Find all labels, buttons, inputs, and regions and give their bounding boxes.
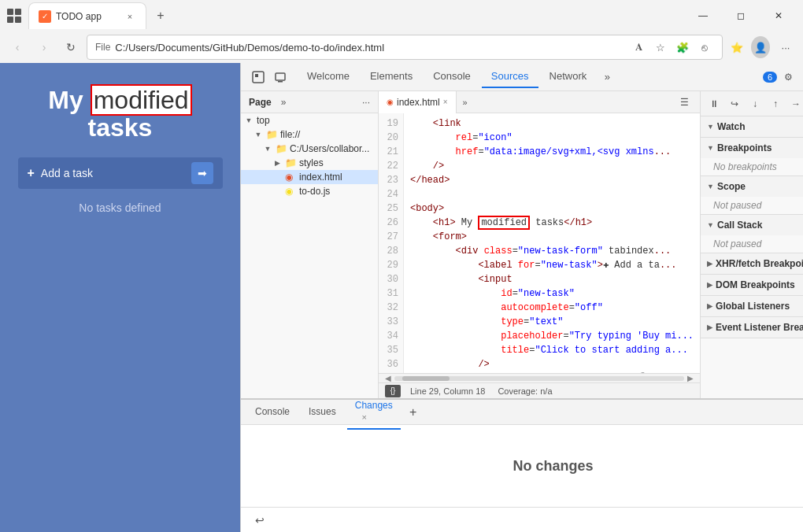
add-task-placeholder: Add a task xyxy=(41,167,185,179)
favorites-icon[interactable]: ☆ xyxy=(651,38,670,57)
svg-rect-1 xyxy=(15,9,21,15)
tree-item-top[interactable]: ▼ top xyxy=(241,113,378,127)
watch-section-header[interactable]: ▼ Watch xyxy=(701,116,803,137)
scope-section: ▼ Scope Not paused xyxy=(701,176,803,215)
debug-toolbar: ⏸ ↪ ↓ ↑ → ⊘ ◪ xyxy=(701,91,803,116)
scroll-left-btn[interactable]: ◀ xyxy=(382,374,394,382)
back-button[interactable]: ‹ xyxy=(6,36,28,58)
svg-rect-3 xyxy=(15,17,21,23)
folder-icon-collab: 📁 xyxy=(276,143,287,154)
window-controls: — ◻ ✕ xyxy=(685,3,797,28)
heading-tasks: tasks xyxy=(88,113,153,142)
event-listeners-header[interactable]: ▶ Event Listener Breakpoints xyxy=(701,317,803,338)
xhr-section-header[interactable]: ▶ XHR/fetch Breakpoints xyxy=(701,253,803,274)
settings-icon[interactable]: ⚙ xyxy=(779,68,797,87)
code-editor[interactable]: 1920212223242526272829303132333435363738… xyxy=(379,113,700,373)
tree-item-todo-js[interactable]: ◉ to-do.js xyxy=(241,184,378,198)
tree-item-file[interactable]: ▼ 📁 file:// xyxy=(241,127,378,142)
tree-item-styles[interactable]: ▶ 📁 styles xyxy=(241,156,378,170)
more-tabs-button[interactable]: » xyxy=(598,68,616,87)
tab-bar: ✓ TODO app × + xyxy=(28,2,679,29)
pretty-print-button[interactable]: ☰ xyxy=(675,93,694,112)
dom-arrow: ▶ xyxy=(707,281,712,289)
pause-button[interactable]: ⏸ xyxy=(705,95,723,113)
address-input[interactable]: File C:/Users/Documents/GitHub/Demos/dem… xyxy=(87,35,723,60)
scope-section-header[interactable]: ▼ Scope xyxy=(701,176,803,197)
tree-item-collab[interactable]: ▼ 📁 C:/Users/collabor... xyxy=(241,142,378,156)
page-tab[interactable]: Page xyxy=(246,95,275,109)
call-stack-label: Call Stack xyxy=(717,220,762,231)
breakpoints-section: ▼ Breakpoints No breakpoints xyxy=(701,138,803,176)
extensions-icon[interactable]: 🧩 xyxy=(673,38,692,57)
minimize-button[interactable]: — xyxy=(685,3,721,28)
tab-welcome[interactable]: Welcome xyxy=(298,65,359,88)
bottom-tab-console[interactable]: Console xyxy=(247,401,298,423)
call-stack-section-header[interactable]: ▼ Call Stack xyxy=(701,215,803,235)
step-into-button[interactable]: ↓ xyxy=(746,95,764,113)
global-label: Global Listeners xyxy=(716,301,790,312)
call-stack-arrow: ▼ xyxy=(707,221,714,229)
code-tabs: ◉ index.html × » ☰ xyxy=(379,91,700,113)
maximize-button[interactable]: ◻ xyxy=(723,3,759,28)
heading-modified: modified xyxy=(91,84,192,116)
share-icon[interactable]: ⎋ xyxy=(695,38,714,57)
svg-rect-7 xyxy=(278,81,283,83)
line-column-status[interactable]: Line 29, Column 18 xyxy=(407,386,488,396)
sources-toolbar-more[interactable]: ··· xyxy=(359,95,373,109)
scroll-thumb[interactable] xyxy=(402,376,450,381)
step-over-button[interactable]: ↪ xyxy=(726,95,743,113)
code-editor-area: ◉ index.html × » ☰ 19202122232425262 xyxy=(379,91,700,398)
watch-section: ▼ Watch xyxy=(701,116,803,138)
plus-icon: + xyxy=(28,166,35,180)
dom-section-header[interactable]: ▶ DOM Breakpoints xyxy=(701,275,803,295)
collections-icon[interactable]: ⭐ xyxy=(727,38,746,57)
scroll-right-btn[interactable]: ▶ xyxy=(684,374,697,382)
undo-button[interactable]: ↩ xyxy=(250,511,269,530)
tab-elements[interactable]: Elements xyxy=(361,65,422,88)
profile-icon[interactable]: 👤 xyxy=(751,38,770,57)
inspect-element-button[interactable] xyxy=(247,66,269,88)
folder-icon-styles: 📁 xyxy=(285,157,296,168)
bottom-tab-changes[interactable]: Changes × xyxy=(347,395,401,430)
browser-icon[interactable] xyxy=(6,8,22,24)
add-panel-button[interactable]: + xyxy=(404,403,423,422)
add-task-button[interactable]: ➡ xyxy=(191,162,213,184)
device-toolbar-button[interactable] xyxy=(269,66,291,88)
browser-tab-active[interactable]: ✓ TODO app × xyxy=(28,2,146,29)
global-arrow: ▶ xyxy=(707,302,712,310)
settings-menu-button[interactable]: ··· xyxy=(775,36,797,58)
address-icons: 𝐀 ☆ 🧩 ⎋ xyxy=(629,38,714,57)
app-heading: My modified tasks xyxy=(48,87,191,142)
file-tree-sidebar: Page » ··· ▼ top ▼ 📁 file:// xyxy=(241,91,379,398)
horizontal-scrollbar[interactable]: ◀ ▶ xyxy=(379,373,700,382)
forward-button[interactable]: › xyxy=(33,36,55,58)
tab-console[interactable]: Console xyxy=(424,65,480,88)
refresh-button[interactable]: ↻ xyxy=(60,36,82,58)
more-sources-button[interactable]: » xyxy=(278,95,290,109)
global-listeners-header[interactable]: ▶ Global Listeners xyxy=(701,296,803,316)
step-button[interactable]: → xyxy=(787,95,803,113)
debugger-panel: ⏸ ↪ ↓ ↑ → ⊘ ◪ ▼ Watch xyxy=(700,91,803,398)
code-tab-filename: index.html xyxy=(397,97,440,108)
svg-rect-0 xyxy=(7,9,13,15)
reading-mode-icon[interactable]: 𝐀 xyxy=(629,38,648,57)
close-window-button[interactable]: ✕ xyxy=(760,3,797,28)
add-task-bar[interactable]: + Add a task ➡ xyxy=(18,157,223,189)
app-title: My modified tasks xyxy=(48,87,191,142)
code-tabs-more-button[interactable]: » xyxy=(457,94,474,110)
tab-network[interactable]: Network xyxy=(540,65,597,88)
bottom-tab-issues[interactable]: Issues xyxy=(301,401,344,423)
tab-sources[interactable]: Sources xyxy=(482,65,538,88)
step-out-button[interactable]: ↑ xyxy=(767,95,784,113)
scroll-track[interactable] xyxy=(394,376,684,381)
coverage-status[interactable]: Coverage: n/a xyxy=(494,386,555,396)
code-tab-index-html[interactable]: ◉ index.html × xyxy=(379,91,457,113)
tree-item-index-html[interactable]: ◉ index.html xyxy=(241,170,378,184)
code-tab-close-button[interactable]: × xyxy=(443,98,448,106)
breakpoints-section-header[interactable]: ▼ Breakpoints xyxy=(701,138,803,158)
new-tab-button[interactable]: + xyxy=(150,5,172,27)
call-stack-content: Not paused xyxy=(701,235,803,253)
connect-icon[interactable]: ⟳ xyxy=(799,68,803,87)
changes-tab-close-button[interactable]: × xyxy=(358,411,371,423)
tab-close-button[interactable]: × xyxy=(124,10,136,23)
